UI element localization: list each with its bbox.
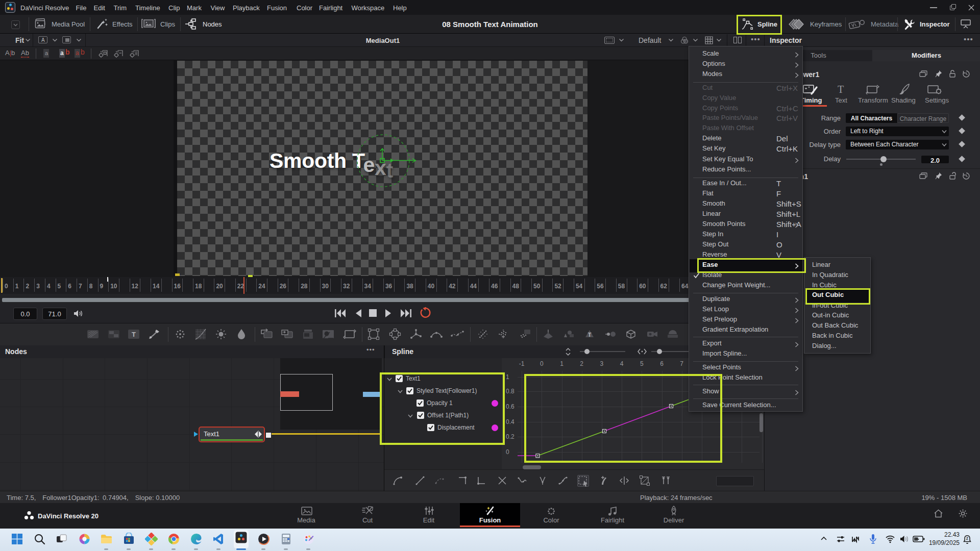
svg-text:T: T (588, 332, 592, 338)
svg-text:Z: Z (966, 537, 969, 540)
svg-text:T: T (132, 331, 136, 338)
